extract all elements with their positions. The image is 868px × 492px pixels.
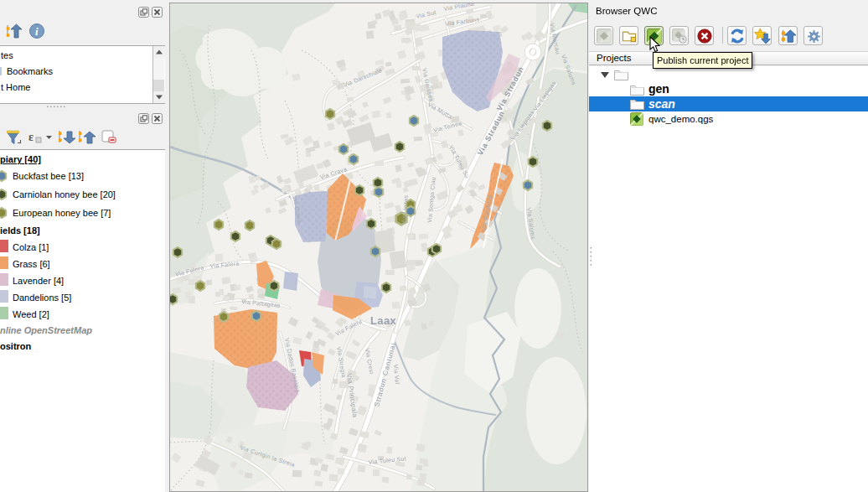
svg-text:i: i: [35, 25, 39, 38]
svg-text:ε: ε: [28, 131, 34, 143]
svg-text:Laax: Laax: [370, 314, 397, 327]
